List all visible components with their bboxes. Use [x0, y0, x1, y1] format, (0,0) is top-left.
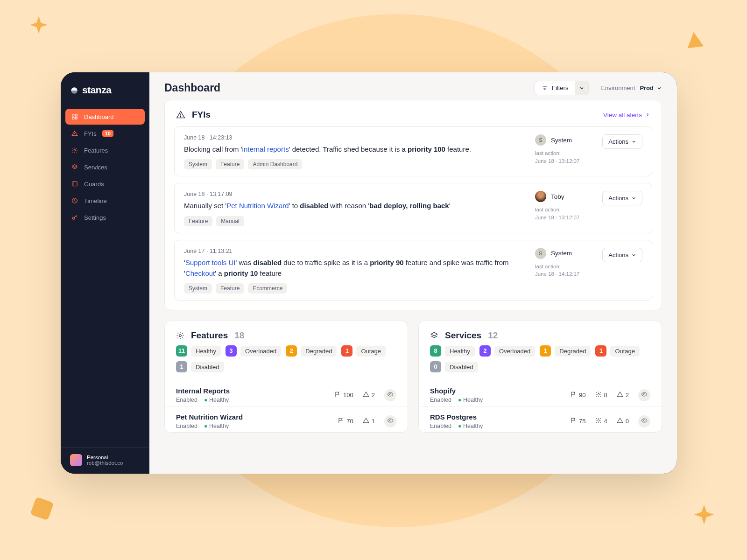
item-health: ● Healthy	[204, 397, 229, 403]
status-count: 8	[430, 345, 441, 357]
last-action: last action:June 18 · 13:12:07	[535, 149, 579, 165]
item-name: Pet Nutrition Wizard	[176, 413, 243, 421]
alert-actor: SSystem	[535, 134, 579, 146]
svg-point-16	[180, 117, 181, 117]
environment-selector[interactable]: Environment Prod	[601, 84, 662, 91]
gear-stat: 4	[595, 417, 607, 425]
sidebar-item-label: Services	[84, 164, 107, 171]
status-count: 1	[341, 345, 352, 357]
alert-timestamp: June 18 · 14:23:13	[184, 134, 535, 141]
svg-point-22	[643, 393, 645, 395]
clock-icon	[71, 197, 78, 204]
last-action: last action:June 18 · 14:12:17	[535, 263, 579, 278]
flag-stat: 90	[570, 391, 585, 399]
item-name: RDS Postgres	[430, 413, 483, 421]
sidebar: stanza DashboardFYIs10FeaturesServicesGu…	[61, 72, 149, 474]
last-action: last action:June 18 · 13:12:07	[535, 206, 579, 221]
brand: stanza	[65, 84, 145, 109]
sidebar-item-label: Dashboard	[84, 113, 114, 120]
actions-button[interactable]: Actions	[602, 248, 642, 262]
view-button[interactable]	[384, 415, 396, 427]
status-pill-degraded[interactable]: 1Degraded	[540, 345, 591, 357]
filters-button[interactable]: Filters	[535, 81, 575, 95]
status-label: Disabled	[445, 362, 478, 372]
status-label: Healthy	[445, 346, 475, 357]
status-pill-healthy[interactable]: 11Healthy	[176, 345, 221, 357]
list-item[interactable]: Internal Reports Enabled● Healthy 100 2	[165, 380, 408, 406]
actions-button[interactable]: Actions	[602, 191, 642, 205]
services-panel: Services 12 8Healthy2Overloaded1Degraded…	[418, 321, 662, 433]
sidebar-item-timeline[interactable]: Timeline	[65, 193, 145, 209]
status-count: 2	[286, 345, 297, 357]
sidebar-item-label: Settings	[84, 214, 106, 221]
item-health: ● Healthy	[458, 423, 483, 429]
view-all-alerts-link[interactable]: View all alerts	[603, 112, 650, 119]
status-pill-overloaded[interactable]: 3Overloaded	[226, 345, 281, 357]
key-icon	[71, 214, 78, 221]
tag: Ecommerce	[248, 283, 287, 294]
alert-card: June 18 · 14:23:13 Blocking call from 'i…	[174, 126, 652, 176]
sidebar-item-label: Timeline	[84, 197, 107, 204]
sidebar-item-fyis[interactable]: FYIs10	[65, 126, 145, 141]
alert-text: Manually set 'Pet Nutrition Wizard' to d…	[184, 200, 535, 211]
item-name: Internal Reports	[176, 387, 230, 395]
eye-icon	[387, 391, 394, 399]
sidebar-item-services[interactable]: Services	[65, 159, 145, 175]
flag-icon	[570, 391, 577, 399]
status-pill-outage[interactable]: 1Outage	[341, 345, 386, 357]
status-pill-disabled[interactable]: 0Disabled	[430, 361, 478, 372]
avatar: S	[535, 248, 546, 259]
status-pill-outage[interactable]: 1Outage	[595, 345, 640, 357]
svg-rect-0	[30, 497, 54, 520]
list-item[interactable]: RDS Postgres Enabled● Healthy 75 4 0	[419, 406, 662, 432]
svg-point-18	[389, 393, 391, 395]
layers-icon	[430, 331, 438, 340]
alert-actor: Toby	[535, 191, 579, 202]
flag-icon	[338, 417, 344, 425]
view-button[interactable]	[384, 389, 396, 401]
avatar: S	[535, 134, 546, 146]
fyis-panel: FYIs View all alerts June 18 · 14:23:13 …	[164, 100, 662, 310]
svg-point-11	[72, 217, 75, 219]
main: Dashboard Filters Environment Prod	[149, 72, 677, 474]
panel-icon	[71, 180, 78, 188]
svg-point-21	[598, 393, 599, 395]
account-switcher[interactable]: Personal rob@thisdot.co	[65, 454, 145, 466]
layers-icon	[71, 163, 78, 171]
tag: System	[184, 159, 212, 169]
list-item[interactable]: Shopify Enabled● Healthy 90 8 2	[419, 380, 662, 406]
view-button[interactable]	[638, 415, 650, 427]
view-button[interactable]	[638, 389, 650, 401]
status-count: 0	[430, 361, 441, 372]
sidebar-item-settings[interactable]: Settings	[65, 210, 145, 225]
svg-marker-20	[431, 332, 437, 336]
status-pill-disabled[interactable]: 1Disabled	[176, 361, 224, 372]
sidebar-badge: 10	[102, 130, 113, 137]
features-count: 18	[234, 330, 244, 341]
status-pill-overloaded[interactable]: 2Overloaded	[479, 345, 535, 357]
status-pill-healthy[interactable]: 8Healthy	[430, 345, 475, 357]
list-item[interactable]: Pet Nutrition Wizard Enabled● Healthy 70…	[165, 406, 408, 432]
warning-icon	[617, 391, 623, 399]
eye-icon	[641, 417, 648, 425]
status-count: 1	[540, 345, 551, 357]
item-state: Enabled	[176, 423, 197, 429]
svg-point-17	[179, 335, 182, 337]
account-email: rob@thisdot.co	[87, 460, 123, 466]
filters-dropdown-button[interactable]	[575, 81, 589, 95]
status-count: 2	[479, 345, 491, 357]
svg-point-24	[643, 420, 645, 421]
sidebar-item-features[interactable]: Features	[65, 142, 145, 158]
fyis-title: FYIs	[192, 110, 211, 120]
tag: Admin Dashboard	[248, 159, 302, 169]
item-state: Enabled	[430, 397, 451, 403]
gear-icon	[595, 417, 602, 425]
actions-button[interactable]: Actions	[602, 134, 642, 149]
alert-card: June 18 · 13:17:09 Manually set 'Pet Nut…	[174, 183, 652, 233]
tag: Feature	[216, 159, 244, 169]
status-count: 11	[176, 345, 187, 357]
status-pill-degraded[interactable]: 2Degraded	[286, 345, 337, 357]
sidebar-item-dashboard[interactable]: Dashboard	[65, 109, 145, 125]
sidebar-item-guards[interactable]: Guards	[65, 176, 145, 192]
brand-name: stanza	[82, 84, 111, 96]
